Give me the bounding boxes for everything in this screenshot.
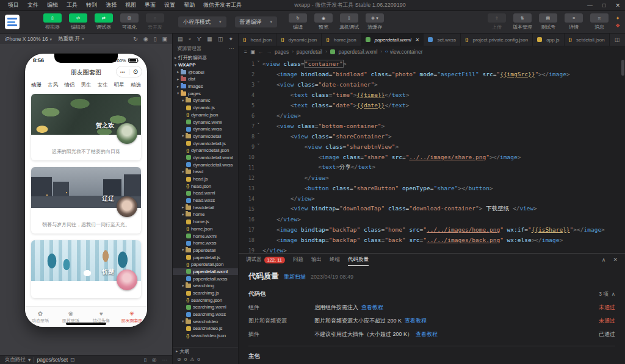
tree-folder[interactable]: ▾home — [173, 211, 238, 218]
version-button[interactable]: ⇅版本管理 — [511, 13, 533, 30]
menu-item-6[interactable]: 选择 — [101, 1, 121, 9]
rescan-link[interactable]: 重新扫描 — [284, 273, 306, 281]
tree-folder[interactable]: ▾dynamicdetail — [173, 133, 238, 140]
page-path-label[interactable]: 页面路径 — [5, 356, 26, 363]
tree-file[interactable]: dynamic.wxss — [173, 126, 238, 133]
editor-tab[interactable]: set.wxss — [424, 34, 461, 46]
tree-file[interactable]: dynamic.wxml — [173, 118, 238, 126]
panel-tab-terminal[interactable]: 终端 — [330, 254, 340, 266]
menu-item-7[interactable]: 视图 — [121, 1, 140, 9]
simulator-toggle[interactable]: ▯模拟器 — [42, 13, 63, 30]
category-tab-1[interactable]: 动漫 — [31, 82, 42, 89]
tree-folder[interactable]: ▸@babel — [173, 68, 238, 76]
tree-file[interactable]: home.wxss — [173, 240, 238, 247]
menu-item-1[interactable]: 项目 — [4, 1, 23, 9]
tree-folder[interactable]: ▾head — [173, 168, 238, 176]
fold-icon[interactable]: ˇ — [255, 144, 262, 149]
panel-tab-output[interactable]: 输出 — [311, 254, 322, 266]
panel-tab-debugger[interactable]: 调试器122, 11 — [246, 254, 285, 266]
fold-icon[interactable]: ˇ — [255, 123, 262, 129]
nav-back-icon[interactable]: ← — [258, 49, 264, 55]
tree-file[interactable]: dynamicdetail.wxml — [173, 154, 238, 162]
tree-folder[interactable]: ▸images — [173, 83, 238, 90]
test-account-button[interactable]: ▤测试号 — [537, 13, 559, 30]
mode-dropdown[interactable]: 小程序模式 ▾ — [178, 16, 226, 27]
menu-item-4[interactable]: 工具 — [62, 1, 82, 9]
window-icon[interactable]: ◫ — [218, 36, 223, 42]
more-icon[interactable]: ⋯ — [162, 357, 168, 363]
compile-button[interactable]: ↻编译 — [287, 13, 309, 30]
tree-file[interactable]: {}home.json — [173, 226, 238, 233]
outline-section[interactable]: ▸ 大纲 — [173, 347, 238, 355]
plugin-icon[interactable]: ✦ — [228, 36, 233, 42]
search-icon[interactable]: ⌕ — [189, 35, 192, 42]
device-selector[interactable]: iPhone X 100% 16▾ — [5, 36, 52, 42]
visual-toggle[interactable]: ⊞可视化 — [118, 13, 140, 30]
debugger-toggle[interactable]: ⇄调试器 — [93, 13, 115, 30]
rotate-device-icon[interactable]: ▯ — [154, 36, 157, 42]
tree-file[interactable]: paperdetail.wxml — [173, 268, 238, 276]
tree-file[interactable]: searchimg.js — [173, 290, 238, 297]
maximize-button[interactable]: □ — [602, 2, 605, 9]
tree-folder[interactable]: ▾searchvideo — [173, 318, 238, 325]
nav-forward-icon[interactable]: → — [267, 49, 272, 55]
wallpaper-card[interactable]: 忻楚 — [31, 240, 141, 298]
menu-item-3[interactable]: 编辑 — [43, 1, 62, 9]
files-icon[interactable]: ▤ — [178, 36, 183, 42]
tree-file[interactable]: paperdetail.js — [173, 254, 238, 261]
tree-file[interactable]: dynamicdetail.js — [173, 140, 238, 147]
device-debug-icon[interactable]: ▯ — [143, 357, 146, 363]
editor-tab[interactable]: {}home.json — [322, 34, 361, 46]
editor-tab[interactable]: paperdetail.wxml✕ — [361, 34, 424, 46]
tree-file[interactable]: {}head.json — [173, 182, 238, 190]
menu-item-8[interactable]: 界面 — [140, 1, 160, 9]
panel-tab-code-quality[interactable]: 代码质量 — [348, 254, 369, 266]
wallpaper-card[interactable]: 贺之欢迟来的阳光救不了枯萎的向日葵 — [31, 94, 141, 160]
outline-list-icon[interactable]: ≡ — [244, 49, 247, 55]
category-tab-7[interactable]: 精选 — [131, 82, 141, 89]
editor-scrollbar[interactable] — [621, 60, 624, 76]
breadcrumb-item[interactable]: paperdetail.wxml — [330, 49, 378, 55]
tree-file[interactable]: searchimg.wxss — [173, 311, 238, 318]
breadcrumb-item[interactable]: pages — [275, 49, 289, 55]
open-editors-section[interactable]: ▸打开的编辑器 — [173, 54, 238, 62]
code-editor[interactable]: 1ˇ<view class="container">2 <image bindl… — [239, 57, 625, 253]
promo-icon-2[interactable]: ❖ — [615, 23, 620, 29]
view-tutorial-link[interactable]: 查看教程 — [416, 331, 438, 337]
minimize-button[interactable]: — — [587, 2, 593, 9]
message-button[interactable]: ⍾消息 — [588, 13, 610, 30]
tree-folder[interactable]: ▾paperdetail — [173, 247, 238, 254]
tree-file[interactable]: home.js — [173, 218, 238, 226]
close-miniprogram-icon[interactable]: ⊙ — [129, 69, 142, 75]
split-editor-icon[interactable]: ◫ — [615, 37, 620, 43]
tree-folder[interactable]: ▸dist — [173, 76, 238, 83]
tree-file[interactable]: head.wxss — [173, 197, 238, 204]
compile-mode-dropdown[interactable]: 普通编译 ▾ — [235, 16, 278, 27]
wallpaper-card[interactable]: 辽辽朝暮与岁月同往，愿我们一同行至天光。 — [31, 167, 141, 234]
preview-eye-icon[interactable]: ◎ — [152, 357, 156, 363]
problems-summary[interactable]: ⊘ 0 ⚠ 0 — [173, 355, 238, 364]
category-tab-5[interactable]: 女生 — [98, 82, 108, 89]
close-tab-icon[interactable]: ✕ — [415, 37, 419, 43]
view-tutorial-link[interactable]: 查看教程 — [361, 304, 383, 310]
tree-file[interactable]: {}searchimg.json — [173, 296, 238, 304]
breadcrumb-item[interactable]: ‹›view.container — [385, 49, 423, 55]
menu-item-2[interactable]: 文件 — [23, 1, 43, 9]
close-panel-icon[interactable]: ✕ — [613, 257, 618, 263]
editor-tab[interactable]: app.js — [533, 34, 564, 46]
capsule-menu[interactable]: ••• ⊙ — [116, 66, 142, 77]
tree-file[interactable]: searchimg.wxml — [173, 304, 238, 311]
tree-file[interactable]: {}dynamicdetail.json — [173, 147, 238, 154]
panel-tab-problems[interactable]: 问题 — [293, 254, 303, 266]
close-button[interactable]: ✕ — [615, 2, 620, 9]
tree-folder[interactable]: ▾dynamic — [173, 97, 238, 104]
fold-icon[interactable]: ˇ — [255, 134, 262, 139]
extensions-icon[interactable]: ▦ — [207, 36, 212, 42]
view-tutorial-link[interactable]: 查看教程 — [405, 318, 427, 324]
tree-file[interactable]: searchvideo.js — [173, 325, 238, 332]
editor-tab[interactable]: {}head.json — [239, 34, 276, 46]
editor-tab[interactable]: {}setdetail.json — [565, 34, 610, 46]
collapse-panel-icon[interactable]: ∧ — [602, 257, 606, 263]
bookmark-icon[interactable]: ▣ — [250, 49, 255, 55]
fold-icon[interactable]: ˇ — [255, 61, 262, 66]
